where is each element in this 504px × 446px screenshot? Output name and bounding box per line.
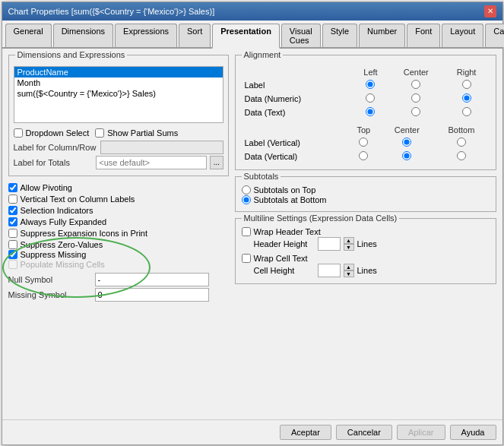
- suppress-zero-values-row: Suppress Zero-Values: [8, 240, 229, 249]
- align-text-right-radio[interactable]: [462, 107, 471, 116]
- allow-pivoting-label: Allow Pivoting: [21, 183, 72, 192]
- align-vert-header-bottom: Bottom: [433, 124, 489, 136]
- vertical-text-checkbox[interactable]: [8, 195, 17, 204]
- wrap-cell-text-checkbox[interactable]: [242, 254, 251, 263]
- tab-caption[interactable]: Caption: [485, 24, 504, 47]
- align-label-vert-center-radio[interactable]: [402, 138, 411, 147]
- cell-height-suffix: Lines: [357, 266, 377, 275]
- wrap-cell-text-row: Wrap Cell Text: [242, 254, 490, 263]
- multiline-title: Multiline Settings (Expression Data Cell…: [242, 214, 400, 223]
- align-numeric-left-radio[interactable]: [366, 93, 375, 103]
- show-partial-sums-checkbox-row: Show Partial Sums: [95, 128, 178, 138]
- label-totals-input[interactable]: [96, 156, 207, 169]
- header-height-down[interactable]: ▼: [344, 244, 354, 251]
- align-data-vert-center-radio[interactable]: [402, 151, 411, 160]
- header-height-spinner[interactable]: ▲ ▼: [344, 237, 354, 251]
- align-header-right: Right: [444, 66, 490, 78]
- allow-pivoting-checkbox[interactable]: [8, 183, 17, 192]
- label-column-row-input[interactable]: [100, 141, 223, 154]
- populate-missing-cells-checkbox[interactable]: [8, 260, 17, 269]
- header-height-up[interactable]: ▲: [344, 237, 354, 244]
- subtotals-top-radio[interactable]: [242, 185, 251, 195]
- suppress-expansion-icons-checkbox[interactable]: [8, 229, 17, 238]
- subtotals-top-label: Subtotals on Top: [254, 185, 316, 195]
- header-height-row: Header Height 2 ▲ ▼ Lines: [254, 237, 490, 251]
- subtotals-bottom-radio[interactable]: [242, 195, 251, 204]
- tab-style[interactable]: Style: [322, 24, 357, 47]
- subtotals-bottom-row: Subtotals at Bottom: [242, 195, 490, 204]
- tab-general[interactable]: General: [5, 24, 52, 47]
- vertical-text-row: Vertical Text on Column Labels: [8, 195, 229, 204]
- cell-height-up[interactable]: ▲: [344, 264, 354, 270]
- align-label-right-radio[interactable]: [462, 80, 471, 89]
- right-panel: Alignment Left Center Right Label: [235, 55, 496, 413]
- alignment-title: Alignment: [242, 50, 284, 59]
- align-row-data-text: Data (Text): [242, 106, 353, 119]
- tab-visual-cues[interactable]: Visual Cues: [281, 24, 321, 47]
- tab-sort[interactable]: Sort: [179, 24, 211, 47]
- vertical-text-label: Vertical Text on Column Labels: [21, 195, 135, 204]
- dim-expressions-listbox[interactable]: ProductName Month sum({$<Country = {'Mex…: [14, 66, 223, 123]
- always-fully-expanded-checkbox[interactable]: [8, 217, 17, 226]
- subtotals-top-row: Subtotals on Top: [242, 185, 490, 195]
- null-symbol-label: Null Symbol: [8, 275, 92, 284]
- align-label-vert-top-radio[interactable]: [359, 138, 368, 147]
- cell-height-input[interactable]: 2: [318, 264, 341, 277]
- close-button[interactable]: ✕: [484, 5, 496, 17]
- tab-expressions[interactable]: Expressions: [115, 24, 177, 47]
- align-label-vert-bottom-radio[interactable]: [457, 138, 466, 147]
- tab-dimensions[interactable]: Dimensions: [53, 24, 113, 47]
- list-item[interactable]: ProductName: [14, 67, 223, 77]
- title-bar: Chart Properties [sum({$<Country = {'Mex…: [2, 2, 502, 21]
- suppress-missing-checkbox[interactable]: [8, 250, 17, 259]
- suppress-zero-values-checkbox[interactable]: [8, 240, 17, 249]
- suppress-zero-values-label: Suppress Zero-Values: [21, 240, 103, 249]
- align-vert-header-center: Center: [380, 124, 433, 136]
- align-text-left-radio[interactable]: [366, 107, 375, 116]
- header-height-input[interactable]: 2: [318, 237, 341, 251]
- ayuda-button[interactable]: Ayuda: [450, 425, 496, 440]
- align-row-label: Label: [242, 78, 353, 92]
- label-totals-browse-button[interactable]: ...: [210, 156, 223, 169]
- align-data-vertical: Data (Vertical): [242, 150, 347, 163]
- tab-presentation[interactable]: Presentation: [212, 24, 280, 49]
- missing-symbol-input[interactable]: [95, 288, 209, 302]
- align-data-vert-top-radio[interactable]: [359, 151, 368, 160]
- dialog-title: Chart Properties [sum({$<Country = {'Mex…: [8, 7, 215, 16]
- dialog: Chart Properties [sum({$<Country = {'Mex…: [2, 2, 503, 445]
- align-data-vert-bottom-radio[interactable]: [457, 151, 466, 160]
- label-column-row-label: Label for Column/Row: [14, 143, 97, 152]
- content-area: Dimensions and Expressions ProductName M…: [2, 49, 502, 419]
- missing-symbol-row: Missing Symbol: [8, 288, 229, 302]
- align-label-center-radio[interactable]: [411, 80, 420, 89]
- cell-height-row: Cell Height 2 ▲ ▼ Lines: [254, 264, 490, 277]
- tab-layout[interactable]: Layout: [442, 24, 483, 47]
- dropdown-select-label: Dropdown Select: [26, 128, 90, 138]
- selection-indicators-row: Selection Indicators: [8, 206, 229, 215]
- alignment-vertical-table: Top Center Bottom Label (Vertical): [242, 124, 490, 163]
- cell-height-spinner[interactable]: ▲ ▼: [344, 264, 354, 277]
- options-block: Allow Pivoting Vertical Text on Column L…: [8, 181, 229, 303]
- suppress-expansion-icons-label: Suppress Expansion Icons in Print: [21, 229, 148, 238]
- tab-number[interactable]: Number: [359, 24, 405, 47]
- list-item[interactable]: sum({$<Country = {'Mexico'}>} Sales): [14, 88, 223, 99]
- list-item[interactable]: Month: [14, 77, 223, 88]
- show-partial-sums-checkbox[interactable]: [95, 128, 104, 138]
- align-header-center: Center: [388, 66, 444, 78]
- dropdown-select-checkbox[interactable]: [14, 128, 23, 138]
- label-totals-row: Label for Totals ...: [14, 156, 223, 169]
- selection-indicators-checkbox[interactable]: [8, 206, 17, 215]
- align-numeric-center-radio[interactable]: [411, 93, 420, 103]
- missing-symbol-label: Missing Symbol: [8, 290, 92, 299]
- allow-pivoting-row: Allow Pivoting: [8, 183, 229, 192]
- align-label-left-radio[interactable]: [366, 80, 375, 89]
- cancelar-button[interactable]: Cancelar: [336, 425, 392, 440]
- null-symbol-input[interactable]: [95, 273, 209, 286]
- aplicar-button[interactable]: Aplicar: [397, 425, 445, 440]
- align-numeric-right-radio[interactable]: [462, 93, 471, 103]
- aceptar-button[interactable]: Aceptar: [280, 425, 331, 440]
- align-text-center-radio[interactable]: [411, 107, 420, 116]
- wrap-header-text-checkbox[interactable]: [242, 227, 251, 236]
- tab-font[interactable]: Font: [407, 24, 440, 47]
- cell-height-down[interactable]: ▼: [344, 270, 354, 277]
